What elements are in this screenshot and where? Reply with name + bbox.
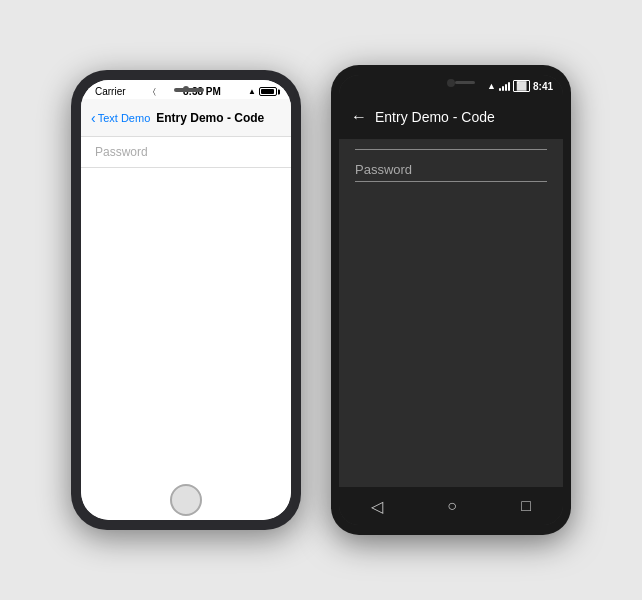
android-toolbar: ← Entry Demo - Code <box>339 95 563 139</box>
ios-back-chevron-icon: ‹ <box>91 111 96 125</box>
ios-back-label: Text Demo <box>98 112 151 124</box>
android-recents-nav-icon[interactable]: □ <box>521 497 531 515</box>
android-password-placeholder: Password <box>355 162 412 177</box>
android-status-icons: ▲ ⬜ 8:41 <box>487 80 553 92</box>
android-nav-bar: ◁ ○ □ <box>339 487 563 525</box>
ios-home-button[interactable] <box>170 484 202 516</box>
android-content: Password <box>339 139 563 487</box>
android-camera <box>447 79 455 87</box>
ios-home-area <box>81 480 291 520</box>
android-signal-icon <box>499 82 510 91</box>
android-phone: ▲ ⬜ 8:41 ← Entry Demo - Code <box>331 65 571 535</box>
ios-phone: Carrier 〈 8:38 PM ▲ ‹ Text Demo Entry De… <box>71 70 301 530</box>
android-wifi-icon: ▲ <box>487 81 496 91</box>
ios-password-placeholder: Password <box>95 145 148 159</box>
android-back-nav-icon[interactable]: ◁ <box>371 497 383 516</box>
android-top-divider <box>355 149 547 150</box>
android-speaker <box>455 81 475 84</box>
ios-battery-area: ▲ <box>248 87 277 96</box>
android-time: 8:41 <box>533 81 553 92</box>
android-back-arrow-icon[interactable]: ← <box>351 108 367 126</box>
android-password-field[interactable]: Password <box>355 158 547 182</box>
android-toolbar-title: Entry Demo - Code <box>375 109 495 125</box>
ios-password-field[interactable]: Password <box>81 137 291 168</box>
ios-nav-bar: ‹ Text Demo Entry Demo - Code <box>81 99 291 137</box>
android-home-nav-icon[interactable]: ○ <box>447 497 457 515</box>
ios-nav-title: Entry Demo - Code <box>156 111 264 125</box>
ios-content: Password <box>81 137 291 480</box>
ios-speaker <box>174 88 204 92</box>
android-battery-icon: ⬜ <box>513 80 530 92</box>
ios-carrier: Carrier <box>95 86 126 97</box>
ios-back-button[interactable]: ‹ Text Demo <box>91 111 150 125</box>
